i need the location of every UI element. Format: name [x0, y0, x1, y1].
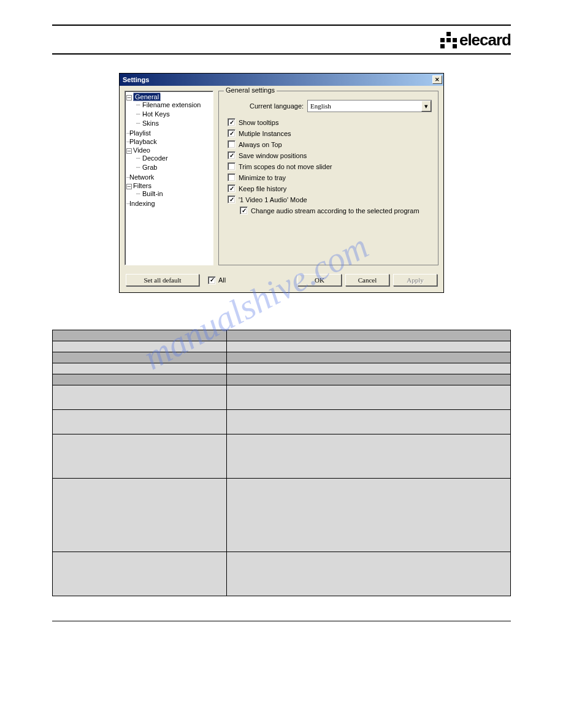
nav-tree[interactable]: –General Filename extension Hot Keys Ski… [124, 91, 213, 265]
tree-item-playback[interactable]: Playback [129, 138, 157, 145]
table-cell [226, 434, 510, 479]
tree-item-indexing[interactable]: Indexing [129, 200, 155, 207]
table-cell [226, 479, 510, 552]
ontop-label[interactable]: Always on Top [239, 141, 282, 148]
titlebar[interactable]: Settings ✕ [120, 74, 443, 86]
multi-label[interactable]: Mutiple Instances [239, 130, 291, 137]
set-all-default-button[interactable]: Set all default [126, 274, 199, 286]
tooltips-label[interactable]: Show tooltips [239, 119, 278, 126]
logo-grid-icon [440, 32, 457, 48]
dialog-footer: Set all default All OK Cancel Apply [120, 270, 443, 292]
dropdown-button[interactable]: ▾ [421, 100, 431, 112]
general-settings-panel: General settings Current language: Engli… [218, 91, 439, 265]
tree-expand-icon[interactable]: – [126, 148, 132, 154]
table-cell [226, 330, 510, 341]
table-cell [226, 374, 510, 385]
table-cell [53, 352, 227, 363]
table-cell [53, 374, 227, 385]
ok-button[interactable]: OK [297, 274, 342, 286]
cancel-button[interactable]: Cancel [345, 274, 389, 286]
table-cell [226, 341, 510, 352]
table-cell [226, 363, 510, 374]
table-cell [53, 434, 227, 479]
trim-checkbox[interactable] [228, 162, 236, 170]
tree-item-video[interactable]: Video [133, 146, 150, 154]
tray-checkbox[interactable] [228, 173, 236, 181]
logo: elecard [440, 31, 511, 50]
language-label: Current language: [250, 102, 304, 110]
multi-checkbox[interactable] [228, 129, 236, 137]
savepos-label[interactable]: Save window positions [239, 152, 307, 159]
tree-item-hotkeys[interactable]: Hot Keys [142, 110, 170, 118]
document-table [52, 330, 511, 596]
savepos-checkbox[interactable] [228, 151, 236, 159]
tree-item-filename-ext[interactable]: Filename extension [142, 101, 201, 108]
tree-item-network[interactable]: Network [129, 173, 154, 181]
tree-item-grab[interactable]: Grab [142, 164, 157, 171]
tree-expand-icon[interactable]: – [126, 184, 132, 189]
history-checkbox[interactable] [228, 184, 236, 192]
apply-button: Apply [393, 274, 437, 286]
tree-item-builtin[interactable]: Built-in [142, 190, 163, 197]
tree-item-playlist[interactable]: Playlist [129, 129, 151, 137]
history-label[interactable]: Keep file history [239, 185, 286, 192]
table-cell [53, 330, 227, 341]
tray-label[interactable]: Minimize to tray [239, 174, 286, 181]
tree-item-skins[interactable]: Skins [142, 119, 159, 127]
all-checkbox[interactable] [208, 276, 216, 284]
changeaudio-label[interactable]: Change audio stream according to the sel… [251, 207, 419, 214]
close-button[interactable]: ✕ [432, 75, 442, 84]
table-cell [53, 385, 227, 410]
mode-checkbox[interactable] [228, 195, 236, 203]
table-cell [53, 552, 227, 596]
trim-label[interactable]: Trim scopes do not move slider [239, 163, 332, 170]
tree-expand-icon[interactable]: – [126, 95, 132, 100]
logo-text: elecard [459, 31, 511, 50]
table-cell [53, 479, 227, 552]
tooltips-checkbox[interactable] [228, 118, 236, 126]
mode-label[interactable]: '1 Video 1 Audio' Mode [239, 196, 307, 203]
close-icon: ✕ [435, 77, 440, 83]
table-cell [53, 410, 227, 434]
tree-item-general[interactable]: General [133, 93, 161, 101]
table-cell [226, 410, 510, 434]
table-cell [53, 341, 227, 352]
settings-dialog: Settings ✕ –General Filename extension H… [119, 73, 444, 293]
language-select[interactable]: English ▾ [307, 100, 432, 112]
ontop-checkbox[interactable] [228, 140, 236, 148]
tree-item-decoder[interactable]: Decoder [142, 154, 168, 162]
chevron-down-icon: ▾ [424, 102, 428, 110]
changeaudio-checkbox[interactable] [240, 207, 248, 214]
table-cell [53, 363, 227, 374]
language-value: English [310, 102, 331, 110]
logo-row: elecard [52, 31, 511, 50]
table-cell [226, 552, 510, 596]
panel-legend: General settings [224, 86, 277, 94]
table-cell [226, 352, 510, 363]
tree-item-filters[interactable]: Filters [133, 182, 151, 189]
table-cell [226, 385, 510, 410]
all-label[interactable]: All [218, 276, 226, 284]
window-title: Settings [123, 76, 149, 83]
